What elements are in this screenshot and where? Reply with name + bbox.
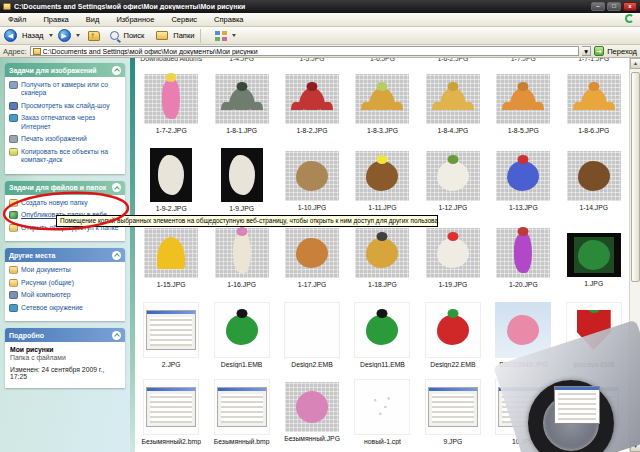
slideshow-link[interactable]: Просмотреть как слайд-шоу bbox=[9, 102, 122, 110]
thumbnail-label: Design22.EMB bbox=[430, 361, 475, 368]
cd-link[interactable]: Копировать все объекты на компакт-диск bbox=[9, 148, 122, 165]
address-dropdown-icon[interactable]: ▾ bbox=[582, 46, 591, 56]
thumbnail-Design2.EMB[interactable]: Design2.EMB bbox=[277, 298, 347, 375]
thumbnail-label: новый-1.cpt bbox=[364, 438, 401, 445]
scroll-down-icon[interactable]: ▼ bbox=[630, 441, 640, 452]
internet-prints-link[interactable]: Заказ отпечатков через Интернет bbox=[9, 114, 122, 131]
thumbnail-1-11.JPG[interactable]: 1-11.JPG bbox=[347, 144, 417, 221]
thumbnail-1-8-2.JPG[interactable]: 1-8-2.JPG bbox=[277, 67, 347, 144]
section-header[interactable]: Задачи для файлов и папок bbox=[5, 181, 125, 195]
thumbnail-label: 9.JPG bbox=[443, 438, 462, 445]
thumbnail-Безымянный.bmp[interactable]: Безымянный.bmp bbox=[206, 375, 276, 452]
new-folder-link[interactable]: Создать новую папку bbox=[9, 199, 122, 207]
folders-button[interactable]: Папки bbox=[173, 31, 194, 40]
chevron-up-icon[interactable] bbox=[112, 331, 121, 340]
back-dropdown-icon[interactable] bbox=[49, 34, 53, 37]
thumbnail-1-8-4.JPG[interactable]: 1-8-4.JPG bbox=[418, 67, 488, 144]
screenshot-motif bbox=[428, 387, 478, 427]
vertical-scrollbar[interactable]: ▲ ▼ bbox=[629, 58, 640, 452]
menu-item-Вид[interactable]: Вид bbox=[84, 14, 102, 25]
thumbnail-1-13.JPG[interactable]: 1-13.JPG bbox=[488, 144, 558, 221]
menu-item-Избранное[interactable]: Избранное bbox=[114, 14, 156, 25]
back-icon[interactable]: ◀ bbox=[4, 29, 17, 42]
menu-item-Сервис[interactable]: Сервис bbox=[169, 14, 199, 25]
thumbnail-Безымянный2.bmp[interactable]: Безымянный2.bmp bbox=[136, 375, 206, 452]
views-dropdown-icon[interactable] bbox=[232, 34, 236, 37]
forward-icon[interactable]: ▶ bbox=[58, 29, 71, 42]
go-icon[interactable]: ➔ bbox=[594, 46, 604, 56]
thumbnail-2.JPG[interactable]: 2.JPG bbox=[136, 298, 206, 375]
thumbnail-Безымянный.JPG[interactable]: Безымянный.JPG bbox=[277, 375, 347, 452]
forward-dropdown-icon[interactable] bbox=[76, 34, 80, 37]
thumbnail-1-15.JPG[interactable]: 1-15.JPG bbox=[136, 221, 206, 298]
scrollbar-thumb[interactable] bbox=[631, 72, 640, 282]
thumbnail-Design11.EMB[interactable]: Design11.EMB bbox=[347, 298, 417, 375]
thumbnail-1-20.JPG[interactable]: 1-20.JPG bbox=[488, 221, 558, 298]
task-link-label: Заказ отпечатков через Интернет bbox=[21, 114, 122, 131]
thumbnail-Design1.EMB[interactable]: Design1.EMB bbox=[206, 298, 276, 375]
thumbnail-1-8-6.JPG[interactable]: 1-8-6.JPG bbox=[559, 67, 629, 144]
thumbnail-11.JPG[interactable]: 11.JPG bbox=[559, 375, 629, 452]
scroll-up-icon[interactable]: ▲ bbox=[630, 58, 640, 69]
design-motif bbox=[369, 88, 395, 110]
menu-item-Справка[interactable]: Справка bbox=[212, 14, 245, 25]
my-documents-link[interactable]: Мои документы bbox=[9, 266, 122, 274]
task-link-label: Получить от камеры или со сканера bbox=[21, 81, 122, 98]
motif-accent bbox=[518, 227, 529, 236]
chevron-up-icon[interactable] bbox=[112, 66, 121, 75]
minimize-button[interactable]: – bbox=[591, 2, 605, 11]
thumbnail-1-17.JPG[interactable]: 1-17.JPG bbox=[277, 221, 347, 298]
thumbnail-9.JPG[interactable]: 9.JPG bbox=[418, 375, 488, 452]
section-header[interactable]: Задачи для изображений bbox=[5, 63, 125, 77]
menu-item-Файл[interactable]: Файл bbox=[6, 14, 28, 25]
thumbnail-1-10.JPG[interactable]: 1-10.JPG bbox=[277, 144, 347, 221]
thumbnail-goncaya.EMB[interactable]: goncaya.EMB bbox=[559, 298, 629, 375]
thumbnail-1.JPG[interactable]: 1.JPG bbox=[559, 221, 629, 298]
motif-accent bbox=[447, 232, 458, 241]
folders-icon[interactable] bbox=[156, 31, 168, 40]
thumbnail-1-8-1.JPG[interactable]: 1-8-1.JPG bbox=[206, 67, 276, 144]
maximize-button[interactable]: □ bbox=[607, 2, 621, 11]
thumbnail-DSC03949.JPG[interactable]: DSC03949.JPG bbox=[488, 298, 558, 375]
thumbnail-1-8-3.JPG[interactable]: 1-8-3.JPG bbox=[347, 67, 417, 144]
chevron-up-icon[interactable] bbox=[112, 251, 121, 260]
up-folder-icon[interactable] bbox=[88, 31, 100, 41]
thumbnail-Design22.EMB[interactable]: Design22.EMB bbox=[418, 298, 488, 375]
thumbnail-10.JPG[interactable]: 10.JPG bbox=[488, 375, 558, 452]
camera-link[interactable]: Получить от камеры или со сканера bbox=[9, 81, 122, 98]
thumbnail-1-12.JPG[interactable]: 1-12.JPG bbox=[418, 144, 488, 221]
thumbnail-1-18.JPG[interactable]: 1-18.JPG bbox=[347, 221, 417, 298]
thumbnail-1-16.JPG[interactable]: 1-16.JPG bbox=[206, 221, 276, 298]
thumbnail-image bbox=[496, 74, 550, 124]
design-motif bbox=[437, 315, 469, 345]
shared-pictures-link[interactable]: Рисунки (общие) bbox=[9, 279, 122, 287]
thumbnail-1-9-2.JPG[interactable]: 1-9-2.JPG bbox=[136, 144, 206, 221]
thumbnail-новый-1.cpt[interactable]: новый-1.cpt bbox=[347, 375, 417, 452]
design-motif bbox=[507, 161, 539, 191]
design-motif bbox=[233, 233, 251, 273]
network-link[interactable]: Сетевое окружение bbox=[9, 304, 122, 312]
partial-thumbnail-label: 1-6.JPG bbox=[347, 58, 417, 64]
printer-link[interactable]: Печать изображений bbox=[9, 135, 122, 143]
motif-accent bbox=[166, 73, 177, 82]
details-header[interactable]: Подробно bbox=[5, 328, 125, 342]
my-computer-link[interactable]: Мой компьютер bbox=[9, 291, 122, 299]
address-input[interactable]: C:\Documents and Settings\мой офис\Мои д… bbox=[30, 46, 580, 56]
chevron-up-icon[interactable] bbox=[112, 183, 121, 192]
section-header[interactable]: Другие места bbox=[5, 248, 125, 262]
close-button[interactable]: x bbox=[623, 2, 637, 11]
menu-item-Правка[interactable]: Правка bbox=[41, 14, 70, 25]
views-icon[interactable] bbox=[215, 31, 227, 41]
thumbnail-1-7-2.JPG[interactable]: 1-7-2.JPG bbox=[136, 67, 206, 144]
go-button[interactable]: Переход bbox=[607, 47, 637, 56]
thumbnail-label: 1-8-6.JPG bbox=[578, 127, 609, 134]
thumbnail-label: 1-19.JPG bbox=[439, 281, 468, 288]
thumbnail-1-19.JPG[interactable]: 1-19.JPG bbox=[418, 221, 488, 298]
thumbnail-row: Безымянный2.bmpБезымянный.bmpБезымянный.… bbox=[136, 375, 629, 452]
thumbnail-1-9.JPG[interactable]: 1-9.JPG bbox=[206, 144, 276, 221]
thumbnail-1-8-5.JPG[interactable]: 1-8-5.JPG bbox=[488, 67, 558, 144]
thumbnail-1-14.JPG[interactable]: 1-14.JPG bbox=[559, 144, 629, 221]
search-icon[interactable] bbox=[110, 31, 119, 40]
search-button[interactable]: Поиск bbox=[124, 31, 145, 40]
back-button[interactable]: Назад bbox=[22, 31, 44, 40]
